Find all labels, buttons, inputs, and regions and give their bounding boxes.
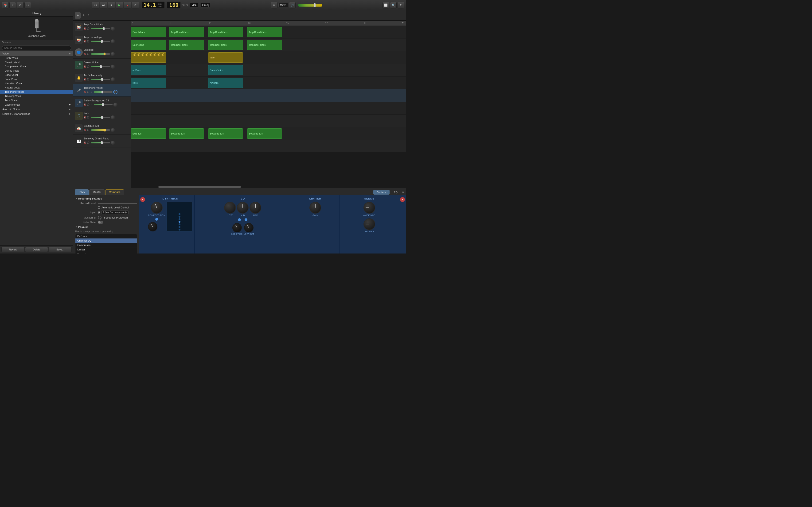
subcategory-telephone-vocal[interactable]: Telephone Vocal: [0, 90, 73, 94]
track-row[interactable]: 🎹 Steinway Grand Piano 🔇 🎧: [73, 135, 131, 148]
clip[interactable]: Trap Door-hihats: [247, 27, 282, 37]
eq-hpf-knob[interactable]: [250, 202, 261, 214]
track-row[interactable]: 🥁 Trap Door-claps 🔇 🎧: [73, 33, 131, 46]
mute-icon-10[interactable]: 🔇: [84, 142, 86, 144]
subcategory-compressed-vocal[interactable]: Compressed Vocal: [0, 64, 73, 68]
clip[interactable]: Intro: [208, 52, 243, 63]
track-row[interactable]: 🎤 Dream Voice 🔇 🎧: [73, 59, 131, 71]
plugin-channel-eq[interactable]: Channel EQ: [75, 238, 137, 243]
headphone-icon-2[interactable]: 🎧: [87, 40, 90, 43]
category-voice[interactable]: Voice ▶: [0, 51, 73, 56]
midi-btn[interactable]: ✱234: [278, 3, 288, 7]
track-pan-6[interactable]: [113, 90, 117, 94]
track-pan-1[interactable]: [111, 26, 115, 31]
eq-midfreq-knob[interactable]: [233, 223, 242, 232]
tab-controls[interactable]: Controls: [373, 190, 390, 194]
subcategory-classic-vocal[interactable]: Classic Vocal: [0, 60, 73, 64]
clip[interactable]: Trap Door-claps: [208, 40, 243, 50]
edit-icon[interactable]: ✏: [402, 190, 405, 194]
plugin-silververb[interactable]: SilverVerb: [75, 252, 137, 253]
headphone-icon-5[interactable]: 🎧: [87, 78, 90, 80]
track-row[interactable]: 🎵 Koto 🔇 🎧: [73, 109, 131, 122]
record-btn[interactable]: ●: [123, 2, 131, 8]
clip[interactable]: Air Bells: [208, 78, 243, 88]
track-fader-5[interactable]: [91, 78, 110, 80]
category-acoustic-guitar[interactable]: Acoustic Guitar ▶: [0, 107, 73, 111]
eq-low-knob[interactable]: [224, 202, 236, 214]
rewind-btn[interactable]: ⏮: [92, 2, 99, 8]
mute-icon-1[interactable]: 🔇: [84, 27, 86, 30]
monitoring-icon[interactable]: 🎧: [98, 216, 102, 219]
mute-icon-6[interactable]: 🔇: [84, 91, 86, 93]
save-button[interactable]: Save...: [49, 247, 72, 252]
play-btn[interactable]: ▶: [116, 2, 123, 8]
library-search-input[interactable]: [2, 46, 71, 50]
tab-track[interactable]: Track: [75, 189, 89, 195]
plugin-limiter[interactable]: Limiter: [75, 247, 137, 252]
settings-btn[interactable]: ⚙: [17, 2, 23, 8]
dynamics-sub-knob[interactable]: [148, 222, 157, 231]
track-row[interactable]: 🥁 Boutique 808 🔇 🎧: [73, 122, 131, 135]
headphone-icon-10[interactable]: 🎧: [87, 142, 90, 144]
track-fader-9[interactable]: [91, 129, 110, 131]
track-fader-2[interactable]: [91, 41, 110, 42]
track-pan-5[interactable]: [111, 77, 115, 81]
track-pan-10[interactable]: [111, 140, 115, 145]
mute-icon-5[interactable]: 🔇: [84, 78, 86, 80]
headphone-icon-8[interactable]: 🎧: [87, 116, 90, 119]
eq-lowcut-knob[interactable]: [244, 223, 254, 232]
browser-btn[interactable]: ⬜: [383, 2, 389, 8]
tune-btn[interactable]: 🎵: [289, 2, 296, 8]
add-track-button[interactable]: +: [75, 12, 81, 18]
timeline-content[interactable]: Door-hihats Trap Door-hihats Trap Door-h…: [131, 26, 406, 186]
track-row[interactable]: 🔵 Liverpool 🔇 🎧: [73, 46, 131, 59]
input-select[interactable]: 1 (MacBo...icrophone): [101, 210, 129, 214]
subcategory-experimental[interactable]: Experimental ▶: [0, 102, 73, 107]
clip[interactable]: Door-claps: [131, 40, 166, 50]
timeline-scrollbar[interactable]: [131, 186, 406, 188]
sends-reverb-knob[interactable]: [363, 218, 375, 230]
sc-close-right-btn[interactable]: ✕: [400, 197, 405, 202]
clip[interactable]: m Voice: [131, 65, 166, 75]
track-pan-8[interactable]: [111, 115, 115, 119]
track-fader-6[interactable]: [94, 91, 112, 93]
clip[interactable]: Door-hihats: [131, 27, 166, 37]
scrollbar-thumb[interactable]: [158, 186, 241, 188]
key-display[interactable]: Cmaj: [200, 3, 210, 7]
download-icon-6[interactable]: ⬇: [90, 91, 92, 93]
clip[interactable]: Trap Door-claps: [247, 40, 282, 50]
subcategory-dance-vocal[interactable]: Dance Vocal: [0, 68, 73, 73]
headphone-icon-1[interactable]: 🎧: [87, 27, 90, 30]
stop-btn[interactable]: ■: [108, 2, 115, 8]
mute-icon-8[interactable]: 🔇: [84, 116, 86, 119]
revert-button[interactable]: Revert: [1, 247, 24, 252]
tab-eq[interactable]: EQ: [391, 190, 401, 194]
track-fader-7[interactable]: [94, 104, 112, 105]
input-radio[interactable]: [98, 211, 100, 214]
track-pan-4[interactable]: [111, 64, 115, 69]
pencil-btn[interactable]: ✏: [271, 2, 277, 8]
clip[interactable]: ))))))))))))))))))))))))): [131, 52, 166, 63]
track-pan-9[interactable]: [111, 128, 115, 132]
track-fader-1[interactable]: [91, 28, 110, 30]
track-fader-4[interactable]: [91, 66, 110, 67]
delete-button[interactable]: Delete: [25, 247, 48, 252]
tempo-display[interactable]: 160: [167, 1, 181, 9]
mute-icon-3[interactable]: 🔇: [84, 53, 86, 55]
zoom-icon[interactable]: ▲: [401, 21, 404, 24]
plugin-compressor[interactable]: Compressor: [75, 243, 137, 247]
subcategory-fuzz-vocal[interactable]: Fuzz Vocal: [0, 77, 73, 81]
track-row[interactable]: 🥁 Trap Door-hihats 🔇 🎧: [73, 21, 131, 33]
track-row[interactable]: 🎤 Bailey Background 03 🔇 🎧 ⬇: [73, 97, 131, 109]
clip[interactable]: Trap Door-hihats: [208, 27, 243, 37]
search-btn[interactable]: 🔍: [390, 2, 397, 8]
clip[interactable]: Boutique 808: [169, 128, 204, 139]
plugin-deesser[interactable]: DeEsser: [75, 234, 137, 238]
auto-level-checkbox[interactable]: [98, 206, 100, 209]
time-sig-display[interactable]: 4/4: [190, 3, 199, 7]
tab-master[interactable]: Master: [89, 189, 105, 195]
subcategory-edge-vocal[interactable]: Edge Vocal: [0, 73, 73, 77]
compression-knob[interactable]: [151, 202, 163, 214]
clip[interactable]: ique 808: [131, 128, 166, 139]
mute-icon-9[interactable]: 🔇: [84, 129, 86, 131]
